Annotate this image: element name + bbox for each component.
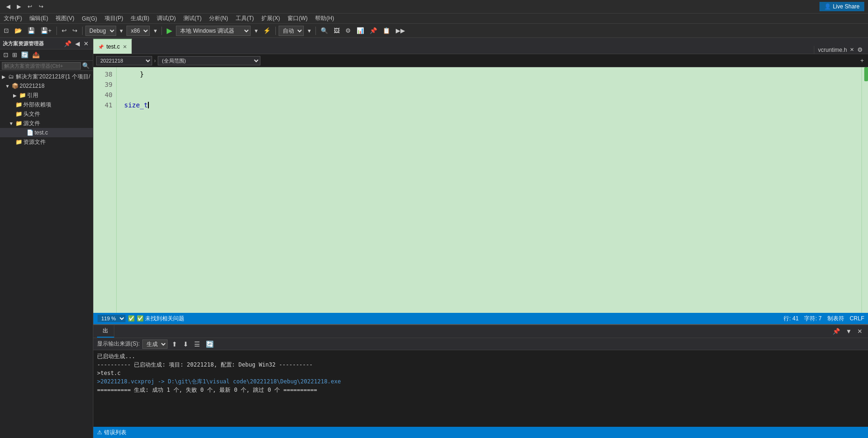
- references-arrow: ▶: [11, 93, 19, 98]
- menu-test[interactable]: 测试(T): [180, 14, 205, 23]
- tree-item-source[interactable]: ▼ 📁 源文件: [0, 119, 93, 128]
- toolbar-new-btn[interactable]: ⊡: [2, 26, 11, 35]
- sidebar-arrow-btn[interactable]: ◀: [74, 40, 81, 48]
- toolbar-extra1[interactable]: ⚙: [343, 26, 353, 35]
- output-source-select[interactable]: 生成: [142, 339, 168, 349]
- sidebar-close-btn[interactable]: ✕: [82, 40, 90, 48]
- menu-build[interactable]: 生成(B): [127, 14, 153, 23]
- cursor-line: 行: 41: [784, 315, 798, 323]
- toolbar-extra5[interactable]: ▶▶: [394, 26, 407, 35]
- menu-edit[interactable]: 编辑(E): [26, 14, 52, 23]
- status-right: 行: 41 字符: 7 制表符 CRLF: [784, 315, 864, 323]
- second-tab-settings[interactable]: ⚙: [856, 46, 864, 54]
- sidebar-toolbar-btn3[interactable]: 🔄: [20, 51, 30, 59]
- status-left: 119 % ✅ ✅ 未找到相关问题: [97, 314, 780, 323]
- debugger-select[interactable]: 本地 Windows 调试器: [176, 26, 251, 36]
- titlebar-right: 👤 Live Share: [819, 2, 864, 11]
- menu-view[interactable]: 视图(V): [52, 14, 78, 23]
- tree-item-testc[interactable]: 📄 test.c: [0, 128, 93, 137]
- sidebar: 决方案资源管理器 📌 ◀ ✕ ⊡ ⊞ 🔄 📤 🔍: [0, 38, 93, 438]
- output-refresh-btn[interactable]: 🔄: [204, 340, 215, 348]
- second-tab-close[interactable]: ✕: [850, 47, 854, 53]
- tab-testc[interactable]: 📌 test.c ✕: [93, 39, 132, 54]
- zoom-select-wrapper[interactable]: 119 %: [97, 314, 126, 323]
- toolbar-redo-btn[interactable]: ↪: [70, 26, 79, 35]
- encoding-label: 制表符: [827, 315, 844, 323]
- panel-close-btn[interactable]: ✕: [855, 327, 864, 335]
- panel-pin-btn[interactable]: 📌: [831, 327, 842, 335]
- code-line-41: size_t: [124, 100, 858, 110]
- sidebar-search-btn[interactable]: 🔍: [81, 62, 91, 70]
- toolbar-debug-extra[interactable]: ⚡: [261, 26, 273, 35]
- menu-file[interactable]: 文件(F): [0, 14, 26, 23]
- run-button[interactable]: ▶: [165, 25, 174, 36]
- redo-button[interactable]: ↪: [36, 2, 46, 11]
- sidebar-pin-btn[interactable]: 📌: [63, 40, 73, 48]
- panel-tab-output[interactable]: 出: [97, 325, 114, 338]
- scrollbar-thumb[interactable]: [864, 67, 868, 81]
- panel-tools: 📌 ▼ ✕: [831, 327, 864, 335]
- toolbar-extra2[interactable]: 📊: [355, 26, 366, 35]
- source-arrow: ▼: [7, 121, 15, 126]
- tree-item-references[interactable]: ▶ 📁 引用: [0, 91, 93, 100]
- auto-select[interactable]: 自动: [279, 26, 304, 36]
- toolbar-img-btn[interactable]: 🖼: [332, 26, 342, 35]
- toolbar-open-btn[interactable]: 📂: [13, 26, 24, 35]
- headers-icon: 📁: [15, 111, 22, 117]
- sidebar-toolbar-btn1[interactable]: ⊡: [2, 51, 10, 59]
- tab-testc-close[interactable]: ✕: [123, 44, 127, 50]
- menu-debug[interactable]: 调试(D): [153, 14, 180, 23]
- breadcrumb-expand-btn[interactable]: +: [859, 57, 865, 64]
- error-icon: ⚠: [97, 429, 102, 436]
- menu-help[interactable]: 帮助(H): [311, 14, 338, 23]
- zoom-select[interactable]: 119 %: [97, 314, 126, 323]
- config-select[interactable]: Debug: [85, 26, 116, 36]
- show-output-label: 显示输出来源(S):: [97, 340, 140, 348]
- tree-solution[interactable]: ▶ 🗂 解决方案'20221218'(1 个项目/: [0, 72, 93, 81]
- back-button[interactable]: ◀: [4, 2, 13, 11]
- tree-project[interactable]: ▼ 📦 20221218: [0, 81, 93, 91]
- forward-button[interactable]: ▶: [14, 2, 23, 11]
- menu-project[interactable]: 项目(P): [101, 14, 127, 23]
- code-content[interactable]: } size_t: [120, 67, 861, 313]
- code-editor[interactable]: 38 39 40 41 } size_t: [93, 67, 868, 313]
- tree-item-headers[interactable]: 📁 头文件: [0, 109, 93, 119]
- sidebar-toolbar-btn4[interactable]: 📤: [31, 51, 41, 59]
- menu-analyze[interactable]: 分析(N): [205, 14, 232, 23]
- right-scrollbar[interactable]: [861, 67, 868, 313]
- line-num-38: 38: [93, 69, 112, 79]
- error-list-tab[interactable]: ⚠ 错误列表: [97, 429, 126, 437]
- references-label: 引用: [27, 92, 38, 99]
- toolbar-extra4[interactable]: 📋: [381, 26, 392, 35]
- second-tab-label[interactable]: vcruntime.h: [818, 47, 847, 53]
- sidebar-search-input[interactable]: [2, 62, 81, 70]
- toolbar-undo-btn[interactable]: ↩: [60, 26, 69, 35]
- search-button[interactable]: 🔍: [319, 26, 330, 35]
- panel-collapse-btn[interactable]: ▼: [844, 327, 854, 335]
- cursor-char: 字符: 7: [804, 315, 821, 323]
- status-no-problems: ✅ 未找到相关问题: [137, 315, 184, 323]
- tree-item-external[interactable]: 📁 外部依赖项: [0, 100, 93, 109]
- menu-git[interactable]: Git(G): [78, 14, 101, 23]
- platform-select[interactable]: x86: [126, 26, 150, 36]
- output-sort-btn[interactable]: ☰: [193, 340, 202, 348]
- menu-extensions[interactable]: 扩展(X): [258, 14, 284, 23]
- breadcrumb-file-select[interactable]: 20221218: [96, 56, 152, 65]
- undo-button[interactable]: ↩: [25, 2, 35, 11]
- output-line-3: >20221218.vcxproj -> D:\git\仓库1\visual c…: [97, 377, 864, 386]
- line-num-41: 41: [93, 100, 112, 110]
- toolbar-save-all-btn[interactable]: 💾+: [39, 26, 54, 35]
- menu-window[interactable]: 窗口(W): [284, 14, 311, 23]
- sidebar-toolbar-btn2[interactable]: ⊞: [11, 51, 19, 59]
- panel-tabs: 出: [97, 325, 114, 338]
- toolbar-extra3[interactable]: 📌: [368, 26, 379, 35]
- toolbar-save-btn[interactable]: 💾: [26, 26, 37, 35]
- output-line-1: ---------- 已启动生成: 项目: 20221218, 配置: Debu…: [97, 360, 864, 369]
- project-arrow: ▼: [4, 84, 11, 89]
- menu-tools[interactable]: 工具(T): [232, 14, 258, 23]
- live-share-button[interactable]: 👤 Live Share: [819, 2, 864, 11]
- tree-item-resources[interactable]: 📁 资源文件: [0, 137, 93, 147]
- output-down-btn[interactable]: ⬇: [182, 340, 190, 348]
- output-up-btn[interactable]: ⬆: [170, 340, 179, 348]
- breadcrumb-scope-select[interactable]: (全局范围): [158, 56, 260, 65]
